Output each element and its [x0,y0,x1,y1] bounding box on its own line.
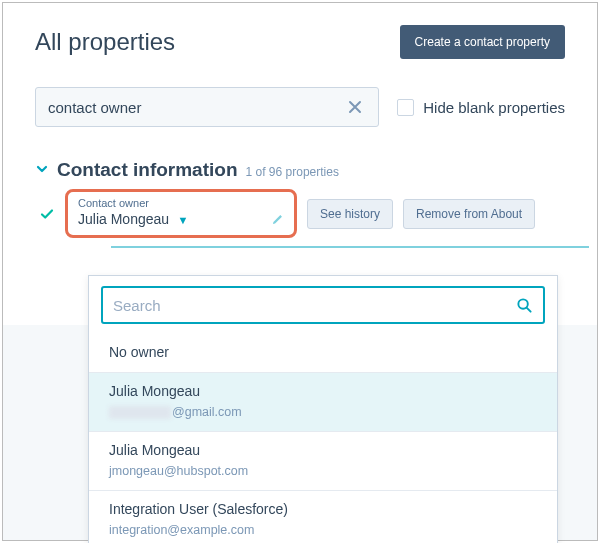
owner-option-name: Julia Mongeau [109,442,537,458]
owner-option[interactable]: Integration User (Salesforce) integratio… [89,490,557,543]
owner-option-email: integration@example.com [109,523,537,537]
contact-owner-field[interactable]: Contact owner Julia Mongeau ▼ [65,189,297,238]
owner-dropdown: No owner Julia Mongeau @gmail.com Julia … [88,275,558,543]
contact-owner-value: Julia Mongeau [78,211,169,227]
owner-option[interactable]: Julia Mongeau jmongeau@hubspot.com [89,431,557,490]
owner-dropdown-search[interactable] [101,286,545,324]
checkbox-box[interactable] [397,99,414,116]
svg-line-1 [527,307,531,311]
owner-option-name: Julia Mongeau [109,383,537,399]
owner-option-name: Integration User (Salesforce) [109,501,537,517]
section-count: 1 of 96 properties [246,165,339,179]
owner-option-no-owner[interactable]: No owner [89,334,557,372]
page-title: All properties [35,28,175,56]
remove-from-about-button[interactable]: Remove from About [403,199,535,229]
section-title: Contact information [57,159,238,181]
see-history-button[interactable]: See history [307,199,393,229]
owner-option-email: @gmail.com [109,405,537,419]
property-search-field[interactable] [35,87,379,127]
contact-owner-label: Contact owner [78,197,284,209]
hide-blank-checkbox[interactable]: Hide blank properties [397,99,565,116]
section-header[interactable]: Contact information 1 of 96 properties [35,159,565,181]
owner-dropdown-search-input[interactable] [113,297,516,314]
owner-option-name: No owner [109,344,537,360]
redacted-text [109,406,171,419]
chevron-down-icon[interactable] [35,162,49,176]
create-contact-property-button[interactable]: Create a contact property [400,25,565,59]
search-icon[interactable] [516,297,533,314]
property-search-input[interactable] [48,99,344,116]
caret-down-icon: ▼ [178,214,189,226]
check-icon [39,206,55,222]
pencil-icon[interactable] [271,213,284,226]
divider [111,246,589,248]
hide-blank-label: Hide blank properties [423,99,565,116]
clear-search-icon[interactable] [344,100,366,114]
owner-option-email: jmongeau@hubspot.com [109,464,537,478]
owner-option[interactable]: Julia Mongeau @gmail.com [89,372,557,431]
